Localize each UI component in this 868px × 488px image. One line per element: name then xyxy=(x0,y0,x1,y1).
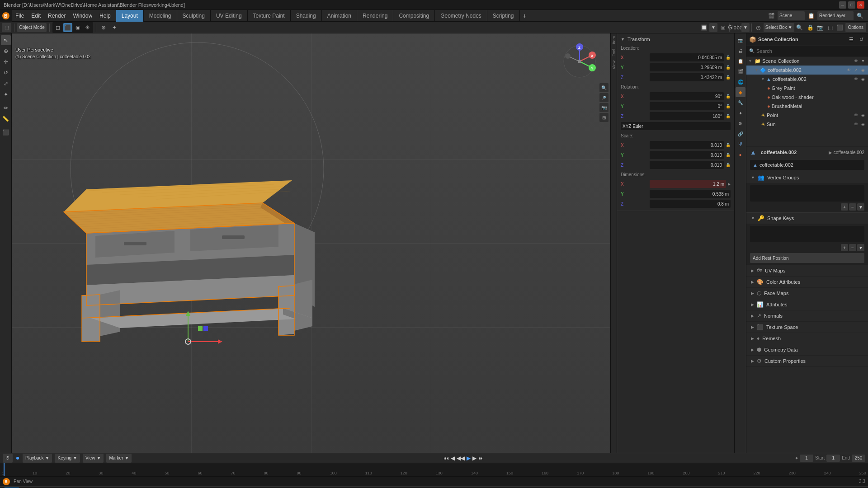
scale-tool[interactable]: ⤢ xyxy=(1,79,11,89)
dim-x-value[interactable]: 1.2 m xyxy=(650,180,726,188)
cft-render-btn[interactable]: ◉ xyxy=(860,67,866,73)
view-layer-properties-icon[interactable]: 📋 xyxy=(736,56,745,66)
outliner-item-point[interactable]: ☀ Point 👁 ◉ xyxy=(746,111,868,120)
location-y-value[interactable]: 0.29609 m xyxy=(650,63,724,71)
scene-restrict-btn[interactable]: ▼ xyxy=(860,58,866,64)
tab-shading[interactable]: Shading xyxy=(291,10,322,22)
current-frame-input[interactable] xyxy=(800,455,813,462)
world-properties-icon[interactable]: 🌐 xyxy=(736,77,745,87)
geometry-data-section[interactable]: ▶ ⬢ Geometry Data xyxy=(746,344,868,356)
menu-file[interactable]: File xyxy=(12,10,28,22)
drag-dropdown[interactable]: Select Box ▼ xyxy=(764,23,794,32)
view-menu-timeline[interactable]: View ▼ xyxy=(83,454,104,463)
transform-orientations-btn[interactable]: Global xyxy=(731,23,741,32)
camera-view-btn[interactable]: 📷 xyxy=(816,23,825,32)
render-layer-selector[interactable]: RenderLayer xyxy=(817,11,854,20)
move-tool[interactable]: ✛ xyxy=(1,57,11,67)
mode-dropdown[interactable]: Object Mode xyxy=(17,23,47,32)
view-type-1[interactable]: ⬚ xyxy=(826,23,835,32)
tab-geometry-nodes[interactable]: Geometry Nodes xyxy=(435,10,487,22)
play-reverse-btn[interactable]: ◀◀ xyxy=(457,455,465,461)
timeline-editor-type[interactable]: ⏱ xyxy=(3,454,13,463)
measure-tool[interactable]: 📏 xyxy=(1,114,11,124)
cfm-render-btn[interactable]: ◉ xyxy=(860,76,866,82)
tab-add-button[interactable]: + xyxy=(520,11,530,21)
view-type-2[interactable]: ⬛ xyxy=(835,23,844,32)
annotate-tool[interactable]: ✏ xyxy=(1,103,11,113)
rotation-x-value[interactable]: 90° xyxy=(650,92,724,100)
options-btn[interactable]: Options xyxy=(845,23,866,32)
vertex-groups-section[interactable]: ▼ 👥 Vertex Groups xyxy=(746,172,868,183)
color-attributes-section[interactable]: ▶ 🎨 Color Attributes xyxy=(746,277,868,288)
next-frame-btn[interactable]: ▶ xyxy=(472,455,476,461)
vg-add-btn[interactable]: + xyxy=(841,203,848,211)
tab-modeling[interactable]: Modeling xyxy=(144,10,177,22)
tab-uv-editing[interactable]: UV Editing xyxy=(211,10,248,22)
rotation-y-value[interactable]: 0° xyxy=(650,102,724,110)
location-z-lock[interactable]: 🔒 xyxy=(726,75,731,80)
scale-z-lock[interactable]: 🔒 xyxy=(726,163,731,167)
outliner-item-sun[interactable]: ☀ Sun 👁 ◉ xyxy=(746,120,868,129)
outliner-item-oak-wood[interactable]: ● Oak wood - shader xyxy=(746,93,868,102)
vg-remove-btn[interactable]: − xyxy=(849,203,856,211)
scene-vis-btn[interactable]: 👁 xyxy=(853,58,859,64)
prev-frame-btn[interactable]: ◀ xyxy=(451,455,455,461)
outliner-search-input[interactable] xyxy=(756,48,865,54)
sun-vis-btn[interactable]: 👁 xyxy=(853,121,859,127)
cursor-tool[interactable]: ⊕ xyxy=(1,46,11,56)
editor-type-btn[interactable]: ⬚ xyxy=(2,23,11,32)
minimize-button[interactable]: ─ xyxy=(839,1,846,9)
blender-logo[interactable]: B xyxy=(0,10,12,22)
mesh-name-value[interactable]: coffeetable.002 xyxy=(760,162,793,168)
tab-view[interactable]: View xyxy=(612,59,616,71)
rotation-z-value[interactable]: 180° xyxy=(650,112,724,120)
menu-render[interactable]: Render xyxy=(44,10,69,22)
play-btn[interactable]: ▶ xyxy=(467,455,471,461)
solid-shading-btn[interactable]: ⬛ xyxy=(63,23,72,32)
tab-compositing[interactable]: Compositing xyxy=(393,10,435,22)
menu-help[interactable]: Help xyxy=(96,10,114,22)
dim-y-value[interactable]: 0.538 m xyxy=(650,190,731,198)
location-x-value[interactable]: -0.040805 m xyxy=(650,53,724,61)
vg-more-btn[interactable]: ▼ xyxy=(857,203,864,211)
location-y-lock[interactable]: 🔒 xyxy=(726,65,731,70)
transform-tool[interactable]: ✦ xyxy=(1,89,11,99)
select-tool[interactable]: ↖ xyxy=(1,35,11,45)
material-shading-btn[interactable]: ◉ xyxy=(73,23,82,32)
output-properties-icon[interactable]: 🖨 xyxy=(736,46,745,56)
rotation-z-lock[interactable]: 🔒 xyxy=(726,114,731,118)
add-rest-position-btn[interactable]: Add Rest Position xyxy=(750,253,864,263)
uv-maps-section[interactable]: ▶ 🗺 UV Maps xyxy=(746,265,868,277)
outliner-item-coffeetable-mesh[interactable]: ▼ ▲ coffeetable.002 👁 ◉ xyxy=(746,75,868,84)
gizmo-scale-z[interactable] xyxy=(203,326,208,331)
search-viewport-btn[interactable]: 🔍 xyxy=(795,23,804,32)
xray-btn[interactable]: ✦ xyxy=(110,23,119,32)
maximize-button[interactable]: □ xyxy=(848,1,855,9)
snap-options[interactable]: ▼ xyxy=(709,23,717,32)
rotate-tool[interactable]: ↺ xyxy=(1,68,11,78)
tab-item[interactable]: Item xyxy=(612,34,616,46)
gizmo-scale-y[interactable] xyxy=(198,326,203,331)
global-orient-dropdown[interactable]: ▼ xyxy=(741,23,750,32)
rotation-y-lock[interactable]: 🔒 xyxy=(726,104,731,108)
keying-menu[interactable]: Keying ▼ xyxy=(55,454,80,463)
marker-menu[interactable]: Marker ▼ xyxy=(106,454,132,463)
dim-z-value[interactable]: 0.8 m xyxy=(650,200,731,208)
cft-sel-btn[interactable]: ↗ xyxy=(853,67,859,73)
dim-x-expand[interactable]: ▶ xyxy=(728,182,731,186)
scale-z-value[interactable]: 0.010 xyxy=(650,161,724,169)
face-maps-section[interactable]: ▶ ⬡ Face Maps xyxy=(746,288,868,299)
zoom-out-btn[interactable]: 🔎 xyxy=(599,93,609,102)
data-properties-icon[interactable]: Ψ xyxy=(736,139,745,149)
navigation-gizmo[interactable]: X Y Z xyxy=(561,43,598,80)
tab-tool[interactable]: Tool xyxy=(612,47,616,58)
search-header-icon[interactable]: 🔍 xyxy=(855,11,864,20)
modifier-properties-icon[interactable]: 🔧 xyxy=(736,98,745,108)
sk-more-btn[interactable]: ▼ xyxy=(857,244,864,251)
cfm-vis-btn[interactable]: 👁 xyxy=(853,76,859,82)
remesh-section[interactable]: ▶ ♦ Remesh xyxy=(746,333,868,344)
toggle-quad-view[interactable]: ⊞ xyxy=(599,113,609,122)
material-properties-icon[interactable]: ● xyxy=(736,150,745,160)
physics-properties-icon[interactable]: ⚙ xyxy=(736,118,745,128)
scale-y-lock[interactable]: 🔒 xyxy=(726,153,731,157)
